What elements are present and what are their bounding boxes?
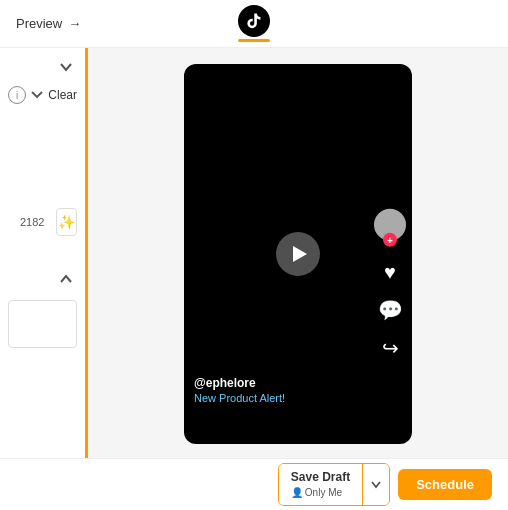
- comment-button[interactable]: 💬: [378, 298, 403, 322]
- sidebar-collapse-down[interactable]: [0, 56, 85, 78]
- play-button[interactable]: [276, 232, 320, 276]
- follow-plus-icon[interactable]: +: [383, 233, 397, 247]
- chevron-up-icon: [59, 272, 73, 286]
- share-button[interactable]: ↪: [382, 336, 399, 360]
- info-icon[interactable]: i: [8, 86, 26, 104]
- schedule-button[interactable]: Schedule: [398, 469, 492, 500]
- save-draft-label: Save Draft: [291, 470, 350, 486]
- tiktok-logo: [238, 5, 270, 42]
- save-draft-group: Save Draft 👤 Only Me: [278, 463, 390, 506]
- sidebar-info-clear-row: i Clear: [0, 82, 85, 108]
- magic-wand-button[interactable]: ✨: [56, 208, 77, 236]
- bottom-bar: Save Draft 👤 Only Me Schedule: [0, 458, 508, 510]
- video-overlay: @ephelore New Product Alert!: [194, 376, 285, 404]
- avatar-container: +: [374, 209, 406, 247]
- character-count: 2182: [8, 214, 56, 230]
- top-bar: Preview: [0, 0, 508, 48]
- content-area: + ♥ 💬 ↪ @ephelore New Product Alert!: [88, 48, 508, 510]
- main-layout: i Clear 2182 ✨: [0, 48, 508, 510]
- preview-button[interactable]: Preview: [16, 16, 81, 31]
- sidebar-collapse-up[interactable]: [0, 268, 85, 290]
- magic-wand-icon: ✨: [58, 214, 75, 230]
- tiktok-underline: [238, 39, 270, 42]
- preview-label: Preview: [16, 16, 62, 31]
- sidebar-num-magic-row: 2182 ✨: [0, 204, 85, 240]
- save-draft-visibility: 👤 Only Me: [291, 486, 342, 499]
- clear-button[interactable]: Clear: [48, 88, 77, 102]
- save-draft-button[interactable]: Save Draft 👤 Only Me: [279, 464, 362, 505]
- person-icon: 👤: [291, 486, 303, 499]
- play-triangle-icon: [293, 246, 307, 262]
- video-username: @ephelore: [194, 376, 285, 390]
- tiktok-circle: [238, 5, 270, 37]
- arrow-right-icon: [68, 16, 81, 31]
- save-draft-dropdown-button[interactable]: [362, 464, 389, 505]
- like-button[interactable]: ♥: [384, 261, 396, 284]
- video-caption: New Product Alert!: [194, 392, 285, 404]
- chevron-down-small-icon: [30, 88, 44, 102]
- chevron-down-dropdown-icon: [371, 479, 381, 489]
- action-icons-panel: + ♥ 💬 ↪: [374, 209, 406, 360]
- left-sidebar: i Clear 2182 ✨: [0, 48, 88, 510]
- chevron-down-icon: [59, 60, 73, 74]
- sidebar-box: [8, 300, 77, 348]
- tiktok-icon-svg: [245, 12, 263, 30]
- phone-preview: + ♥ 💬 ↪ @ephelore New Product Alert!: [184, 64, 412, 444]
